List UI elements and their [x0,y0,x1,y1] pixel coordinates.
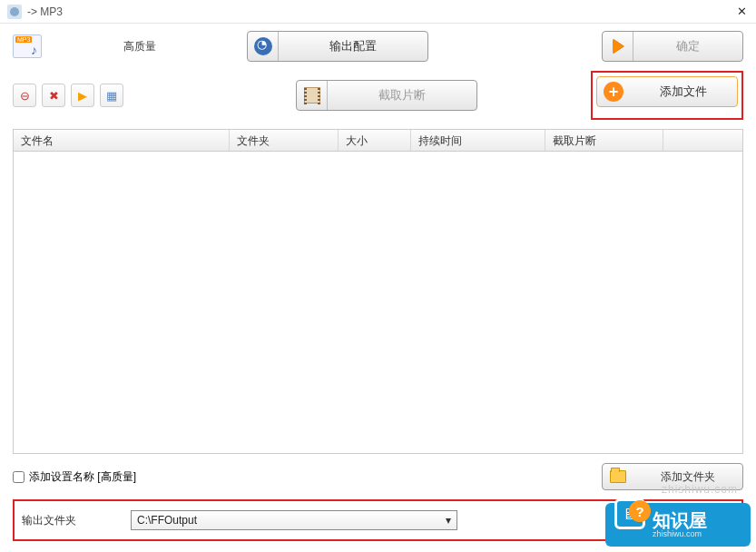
play-icon[interactable]: ▶ [71,84,94,107]
col-filename[interactable]: 文件名 [14,130,230,151]
quality-label: 高质量 [123,39,156,54]
arrow-right-icon [603,32,633,61]
film-icon [297,81,328,110]
add-setting-name-label: 添加设置名称 [高质量] [29,469,136,485]
toolbar-row-2: ⊖ ✖ ▶ ▦ 截取片断 + 添加文件 [0,67,756,129]
add-file-label: 添加文件 [630,84,737,100]
add-folder-label: 添加文件夹 [633,469,742,485]
plus-icon: + [597,82,630,102]
watermark-logo: 🖥 ? 知识屋 zhishiwu.com [605,503,751,547]
trim-button[interactable]: 截取片断 [296,80,477,111]
output-config-button[interactable]: 输出配置 [247,31,428,62]
output-config-label: 输出配置 [279,38,427,54]
toolbar-row-1: 高质量 输出配置 确定 [0,24,756,67]
small-icon-group: ⊖ ✖ ▶ ▦ [13,84,123,107]
add-setting-name-checkbox[interactable] [13,471,25,483]
output-folder-value: C:\FFOutput [137,514,197,527]
window-title: -> MP3 [27,5,734,18]
output-folder-label: 输出文件夹 [22,513,76,528]
add-file-highlight: + 添加文件 [591,71,743,120]
watermark-sub: zhishiwu.com [653,529,707,538]
watermark-faint: zhishiwu.com [662,483,738,496]
col-size[interactable]: 大小 [339,130,411,151]
gear-icon [248,32,279,61]
question-badge-icon: ? [629,500,651,522]
watermark-text: 知识屋 [653,511,707,529]
options-icon[interactable]: ▦ [100,84,123,107]
close-icon[interactable]: ✕ [734,5,749,19]
ok-button[interactable]: 确定 [602,31,743,62]
clear-icon[interactable]: ✖ [42,84,65,107]
output-folder-combo[interactable]: C:\FFOutput [131,510,457,530]
file-table: 文件名 文件夹 大小 持续时间 截取片断 [13,129,743,454]
add-file-button[interactable]: + 添加文件 [596,76,738,107]
col-duration[interactable]: 持续时间 [411,130,545,151]
titlebar: -> MP3 ✕ [0,0,756,24]
col-trim[interactable]: 截取片断 [545,130,663,151]
add-setting-name-row: 添加设置名称 [高质量] 添加文件夹 [13,463,743,490]
col-folder[interactable]: 文件夹 [230,130,339,151]
trim-label: 截取片断 [328,87,476,104]
table-header: 文件名 文件夹 大小 持续时间 截取片断 [14,130,742,152]
ok-label: 确定 [633,38,742,54]
delete-icon[interactable]: ⊖ [13,84,36,107]
svg-point-0 [10,7,19,16]
col-extra[interactable] [663,130,742,151]
folder-icon [603,470,633,483]
mp3-format-icon[interactable] [13,34,42,58]
app-icon [7,5,22,19]
